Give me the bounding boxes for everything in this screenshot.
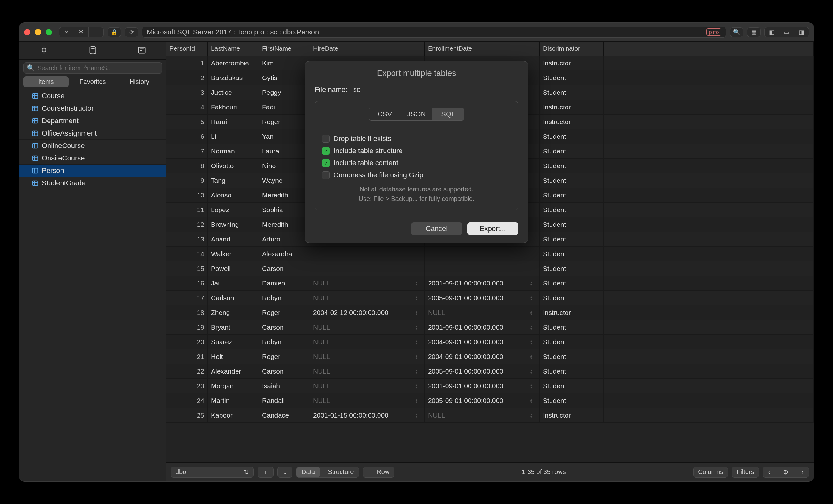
cell[interactable]: Jai — [208, 276, 259, 290]
tab-items[interactable]: Items — [23, 76, 69, 87]
format-json[interactable]: JSON — [401, 108, 432, 120]
stepper-icon[interactable]: ▴▾ — [415, 352, 421, 361]
cell[interactable]: Roger — [259, 115, 310, 129]
cell[interactable]: Powell — [208, 261, 259, 276]
cell[interactable]: Roger — [259, 349, 310, 364]
cell[interactable]: Isaiah — [259, 379, 310, 393]
cell[interactable]: Walker — [208, 247, 259, 261]
search-icon[interactable]: 🔍 — [730, 27, 743, 37]
cell[interactable]: Candace — [259, 408, 310, 422]
cell[interactable]: NULL▴▾ — [310, 364, 425, 378]
table-row[interactable]: 23MorganIsaiahNULL▴▾2001-09-01 00:00:00.… — [166, 379, 813, 393]
cell[interactable]: Student — [540, 217, 603, 232]
stepper-icon[interactable]: ▴▾ — [530, 337, 536, 347]
col-enrolldate[interactable]: EnrollmentDate — [425, 42, 540, 55]
cell[interactable]: Suarez — [208, 335, 259, 349]
cell[interactable]: 25 — [166, 408, 208, 422]
cell[interactable]: 2004-09-01 00:00:00.000▴▾ — [425, 349, 540, 364]
cell[interactable]: Li — [208, 129, 259, 144]
cell[interactable]: NULL▴▾ — [310, 335, 425, 349]
stepper-icon[interactable]: ▴▾ — [415, 294, 421, 302]
cell[interactable]: Alexandra — [259, 247, 310, 261]
cell[interactable]: Morgan — [208, 379, 259, 393]
cell[interactable]: Student — [540, 129, 603, 144]
close-tab-icon[interactable]: ✕ — [60, 27, 74, 37]
cell[interactable]: Student — [540, 188, 603, 202]
cell[interactable]: 1 — [166, 56, 208, 70]
cell[interactable]: Student — [540, 335, 603, 349]
export-button[interactable]: Export... — [467, 222, 518, 235]
cell[interactable]: Student — [540, 173, 603, 187]
cell[interactable]: 2 — [166, 71, 208, 85]
cell[interactable]: NULL▴▾ — [310, 349, 425, 364]
cell[interactable]: 21 — [166, 349, 208, 364]
filters-button[interactable]: Filters — [732, 467, 759, 478]
cell[interactable]: Holt — [208, 349, 259, 364]
stepper-icon[interactable]: ▴▾ — [530, 352, 536, 361]
path-bar[interactable]: Microsoft SQL Server 2017 : Tono pro : s… — [142, 27, 726, 37]
page-prev[interactable]: ‹ — [763, 467, 776, 477]
cell[interactable]: Bryant — [208, 320, 259, 334]
schema-selector[interactable]: dbo ⇅ — [171, 467, 254, 478]
cell[interactable]: Alonso — [208, 188, 259, 202]
sidebar-item-onsitecourse[interactable]: OnsiteCourse — [20, 152, 166, 165]
cell[interactable]: 13 — [166, 232, 208, 246]
stepper-icon[interactable]: ▴▾ — [415, 367, 421, 376]
col-discriminator[interactable]: Discriminator — [540, 42, 603, 55]
stepper-icon[interactable]: ▴▾ — [415, 308, 421, 317]
table-row[interactable]: 14WalkerAlexandraStudent — [166, 247, 813, 261]
connection-icon[interactable] — [40, 46, 48, 56]
table-row[interactable]: 24MartinRandallNULL▴▾2005-09-01 00:00:00… — [166, 393, 813, 408]
cell[interactable]: 2005-09-01 00:00:00.000▴▾ — [425, 291, 540, 305]
view-data[interactable]: Data — [296, 467, 320, 477]
cell[interactable]: Gytis — [259, 71, 310, 85]
cell[interactable]: Harui — [208, 115, 259, 129]
cell[interactable]: Fadi — [259, 100, 310, 114]
cell[interactable]: Meredith — [259, 188, 310, 202]
cell[interactable] — [310, 247, 425, 261]
cell[interactable]: Student — [540, 379, 603, 393]
cell[interactable]: Student — [540, 276, 603, 290]
cell[interactable]: 24 — [166, 393, 208, 408]
cell[interactable]: Student — [540, 144, 603, 158]
cell[interactable]: Instructor — [540, 115, 603, 129]
cell[interactable]: Instructor — [540, 305, 603, 320]
cell[interactable]: 23 — [166, 379, 208, 393]
cell[interactable]: Abercrombie — [208, 56, 259, 70]
sidebar-item-course[interactable]: Course — [20, 90, 166, 102]
cell[interactable]: Meredith — [259, 217, 310, 232]
opt-structure[interactable]: ✓ Include table structure — [322, 145, 511, 157]
stepper-icon[interactable]: ▴▾ — [530, 323, 536, 332]
cell[interactable]: Fakhouri — [208, 100, 259, 114]
cell[interactable]: Kapoor — [208, 408, 259, 422]
columns-button[interactable]: Columns — [693, 467, 728, 478]
col-hiredate[interactable]: HireDate — [310, 42, 425, 55]
cell[interactable]: NULL▴▾ — [310, 320, 425, 334]
cell[interactable]: Tang — [208, 173, 259, 187]
table-row[interactable]: 18ZhengRoger2004-02-12 00:00:00.000▴▾NUL… — [166, 305, 813, 320]
cell[interactable]: Zheng — [208, 305, 259, 320]
cell[interactable]: 11 — [166, 203, 208, 217]
col-lastname[interactable]: LastName — [208, 42, 259, 55]
page-next[interactable]: › — [796, 467, 809, 477]
table-row[interactable]: 16JaiDamienNULL▴▾2001-09-01 00:00:00.000… — [166, 276, 813, 291]
sidebar-search[interactable]: 🔍 Search for item: ^name$... — [23, 62, 162, 74]
sql-icon[interactable] — [137, 46, 146, 56]
cell[interactable]: Student — [540, 349, 603, 364]
cell[interactable]: 6 — [166, 129, 208, 144]
cell[interactable]: Robyn — [259, 335, 310, 349]
format-csv[interactable]: CSV — [369, 108, 401, 120]
cell[interactable]: Student — [540, 85, 603, 100]
stepper-icon[interactable]: ▴▾ — [530, 396, 536, 405]
col-personid[interactable]: PersonId — [166, 42, 208, 55]
cell[interactable]: Sophia — [259, 203, 310, 217]
cell[interactable]: Instructor — [540, 100, 603, 114]
cell[interactable]: Randall — [259, 393, 310, 408]
sidebar-toggle-icon[interactable]: ◧ — [765, 27, 779, 37]
cell[interactable]: 2001-09-01 00:00:00.000▴▾ — [425, 379, 540, 393]
add-row-button[interactable]: ＋ Row — [363, 467, 394, 478]
cell[interactable]: Justice — [208, 85, 259, 100]
table-row[interactable]: 20SuarezRobynNULL▴▾2004-09-01 00:00:00.0… — [166, 335, 813, 349]
opt-drop[interactable]: Drop table if exists — [322, 133, 511, 145]
table-row[interactable]: 22AlexanderCarsonNULL▴▾2005-09-01 00:00:… — [166, 364, 813, 379]
